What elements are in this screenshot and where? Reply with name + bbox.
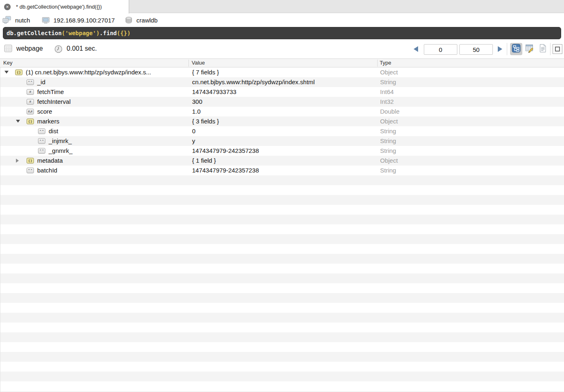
tab-bar: ✕ * db.getCollection('webpage').find({}): [0, 0, 564, 13]
server-icon: [42, 16, 50, 24]
text-mode-button[interactable]: [537, 43, 549, 55]
int-icon: #: [27, 89, 34, 95]
collection-name: webpage: [16, 45, 43, 52]
query-area: db.getCollection('webpage').find({}): [0, 27, 564, 40]
row-type: String: [380, 146, 396, 156]
row-type: String: [380, 126, 396, 136]
string-icon: " ": [27, 168, 34, 173]
tree-mode-button[interactable]: [510, 43, 522, 55]
table-row[interactable]: " " _id cn.net.bjbys.www:http/zp/sydwzp/…: [0, 77, 564, 87]
row-value: { 7 fields }: [192, 67, 375, 77]
table-row[interactable]: { } markers { 3 fields } Object: [0, 116, 564, 126]
row-value: 300: [192, 97, 375, 107]
text-view-icon: [538, 44, 547, 54]
database-icon: [125, 16, 133, 24]
string-icon: " ": [27, 79, 34, 85]
query-find: .find: [100, 30, 117, 36]
connection-icon: [2, 16, 11, 24]
row-type: Double: [380, 107, 400, 116]
table-row[interactable]: { } metadata { 1 field } Object: [0, 156, 564, 166]
string-icon: " ": [38, 138, 45, 144]
tab-query-result[interactable]: ✕ * db.getCollection('webpage').find({}): [0, 0, 129, 13]
query-argument: 'webpage': [65, 30, 96, 36]
breadcrumb-connection[interactable]: nutch: [15, 17, 30, 24]
query-find-args: ({}): [117, 30, 131, 36]
row-value: 0: [192, 126, 375, 136]
row-type: Int64: [380, 87, 394, 97]
row-value: 1474347979-242357238: [192, 146, 375, 156]
row-type: String: [380, 166, 396, 175]
row-type: String: [380, 77, 396, 87]
result-toolbar: webpage 0.001 sec.: [0, 40, 564, 58]
row-value: cn.net.bjbys.www:http/zp/sydwzp/index.sh…: [192, 77, 375, 87]
next-page-icon[interactable]: [498, 46, 502, 52]
close-icon[interactable]: ✕: [4, 4, 11, 10]
expander-expanded-icon[interactable]: [4, 71, 9, 74]
maximize-icon: [553, 48, 562, 55]
object-icon: { }: [27, 119, 34, 124]
limit-input[interactable]: [459, 44, 493, 55]
table-row[interactable]: # fetchInterval 300 Int32: [0, 97, 564, 107]
empty-rows-area: [0, 175, 564, 392]
table-row[interactable]: #,# score 1.0 Double: [0, 107, 564, 116]
row-type: Object: [380, 156, 398, 166]
int-icon: #: [27, 99, 34, 105]
tree-view-icon: [512, 44, 521, 54]
row-value: { 3 fields }: [192, 116, 375, 126]
collection-grid-icon: [4, 45, 12, 54]
query-editor[interactable]: db.getCollection('webpage').find({}): [3, 27, 561, 39]
object-icon: { }: [27, 158, 34, 164]
row-key: _gnmrk_: [0, 146, 188, 156]
column-resize-handle[interactable]: [377, 60, 378, 67]
row-key: _injmrk_: [0, 136, 188, 146]
toolbar-separator: [507, 43, 507, 55]
column-resize-handle[interactable]: [188, 60, 189, 67]
grid-header: Key Value Type: [0, 58, 564, 67]
table-view-icon: [525, 43, 535, 55]
query-paren-close: ): [96, 30, 99, 36]
table-row[interactable]: { } (1) cn.net.bjbys.www:http/zp/sydwzp/…: [0, 67, 564, 77]
execution-time: 0.001 sec.: [67, 45, 97, 52]
table-row[interactable]: " " dist 0 String: [0, 126, 564, 136]
object-icon: { }: [15, 69, 22, 75]
column-header-type[interactable]: Type: [380, 59, 391, 67]
row-value: { 1 field }: [192, 156, 375, 166]
column-header-key[interactable]: Key: [3, 59, 12, 67]
row-value: 1474347979-242357238: [192, 166, 375, 175]
row-type: Object: [380, 67, 398, 77]
column-header-value[interactable]: Value: [192, 59, 205, 67]
table-mode-button[interactable]: [524, 43, 536, 55]
robomongo-window: ✕ * db.getCollection('webpage').find({})…: [0, 0, 564, 392]
breadcrumb-database[interactable]: crawldb: [137, 17, 158, 24]
result-tree: { } (1) cn.net.bjbys.www:http/zp/sydwzp/…: [0, 67, 564, 175]
double-icon: #,#: [27, 109, 34, 114]
string-icon: " ": [38, 128, 45, 134]
previous-page-icon[interactable]: [414, 46, 418, 52]
tab-title: * db.getCollection('webpage').find({}): [16, 4, 102, 10]
breadcrumb: nutch 192.168.99.100:27017 crawldb: [0, 13, 564, 27]
skip-input[interactable]: [424, 44, 457, 55]
query-method: db.getCollection: [7, 30, 62, 36]
string-icon: " ": [38, 148, 45, 154]
row-type: String: [380, 136, 396, 146]
breadcrumb-server[interactable]: 192.168.99.100:27017: [54, 17, 115, 24]
clock-icon: [54, 45, 63, 55]
row-value: y: [192, 136, 375, 146]
expander-collapsed-icon[interactable]: [16, 159, 19, 163]
table-row[interactable]: # fetchTime 1474347933733 Int64: [0, 87, 564, 97]
row-type: Object: [380, 116, 398, 126]
row-type: Int32: [380, 97, 394, 107]
row-key: (1) cn.net.bjbys.www:http/zp/sydwzp/inde…: [0, 67, 188, 77]
table-row[interactable]: " " batchId 1474347979-242357238 String: [0, 166, 564, 175]
table-row[interactable]: " " _gnmrk_ 1474347979-242357238 String: [0, 146, 564, 156]
row-key: dist: [0, 126, 188, 136]
toolbar-separator: [550, 43, 551, 55]
row-value: 1.0: [192, 107, 375, 116]
maximize-panel-button[interactable]: [553, 44, 562, 54]
expander-expanded-icon[interactable]: [16, 120, 20, 123]
table-row[interactable]: " " _injmrk_ y String: [0, 136, 564, 146]
row-value: 1474347933733: [192, 87, 375, 97]
